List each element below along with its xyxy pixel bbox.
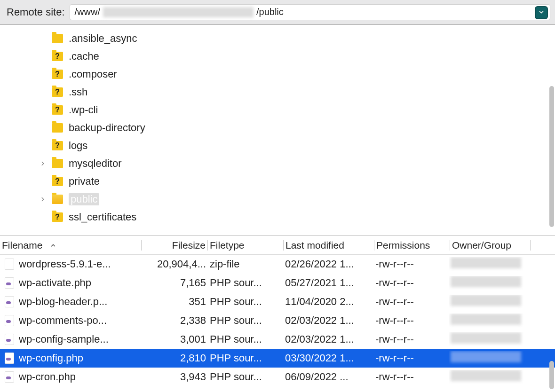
folder-icon <box>52 34 63 43</box>
tree-item-label: ssl_certificates <box>69 211 136 223</box>
file-permissions: -rw-r--r-- <box>373 314 449 327</box>
file-modified: 03/30/2022 1... <box>283 352 373 364</box>
tree-item[interactable]: ssl_certificates <box>0 208 555 226</box>
file-row[interactable]: wp-comments-po... 2,338 PHP sour... 02/0… <box>0 311 555 330</box>
folder-icon <box>52 105 63 115</box>
tree-item-label: .cache <box>69 50 99 63</box>
file-modified: 05/27/2021 1... <box>283 277 373 289</box>
tree-item[interactable]: .ssh <box>0 83 555 101</box>
file-type: PHP sour... <box>208 296 283 308</box>
file-name: wordpress-5.9.1-e... <box>19 258 111 270</box>
tree-scrollbar-thumb[interactable] <box>549 86 554 227</box>
header-filetype[interactable]: Filetype <box>208 240 283 251</box>
tree-scrollbar[interactable] <box>547 25 555 235</box>
file-size: 2,810 <box>142 352 208 364</box>
files-scrollbar[interactable] <box>547 255 555 392</box>
tree-item[interactable]: backup-directory <box>0 119 555 137</box>
header-modified-label: Last modified <box>285 240 344 251</box>
file-owner <box>449 295 529 309</box>
file-permissions: -rw-r--r-- <box>373 333 449 345</box>
remote-path-dropdown-button[interactable] <box>535 6 548 19</box>
tree-item[interactable]: .wp-cli <box>0 101 555 119</box>
file-icon <box>5 259 14 270</box>
tree-item-label: .composer <box>69 68 117 80</box>
file-owner <box>449 257 529 271</box>
header-filetype-label: Filetype <box>210 240 245 251</box>
file-size: 351 <box>142 296 208 308</box>
file-icon <box>5 315 14 326</box>
file-modified: 02/03/2022 1... <box>283 314 373 327</box>
files-scrollbar-thumb[interactable] <box>549 361 554 389</box>
file-size: 7,165 <box>142 277 208 289</box>
sort-ascending-icon <box>50 242 56 249</box>
file-permissions: -rw-r--r-- <box>373 296 449 308</box>
folder-icon <box>52 70 63 79</box>
header-sep <box>530 240 531 251</box>
file-name: wp-comments-po... <box>19 314 107 327</box>
remote-path-suffix: /public <box>256 7 284 17</box>
file-modified: 06/09/2022 ... <box>283 371 373 383</box>
header-filesize[interactable]: Filesize <box>142 240 207 251</box>
expand-spacer <box>39 106 47 114</box>
directory-tree-pane: .ansible_async .cache .composer .ssh .wp… <box>0 24 555 236</box>
remote-path-field-wrap[interactable]: /www/ /public <box>70 4 551 20</box>
file-permissions: -rw-r--r-- <box>373 371 449 383</box>
file-owner <box>449 370 529 384</box>
folder-icon <box>52 177 63 186</box>
tree-item[interactable]: mysqleditor <box>0 155 555 172</box>
header-owner-label: Owner/Group <box>452 240 511 251</box>
tree-item[interactable]: .cache <box>0 47 555 65</box>
tree-item[interactable]: .composer <box>0 65 555 83</box>
file-type: PHP sour... <box>208 314 283 327</box>
tree-item[interactable]: .ansible_async <box>0 30 555 47</box>
header-filename[interactable]: Filename <box>0 240 141 251</box>
file-modified: 11/04/2020 2... <box>283 296 373 308</box>
expand-spacer <box>39 213 47 221</box>
expand-icon[interactable] <box>39 159 47 168</box>
expand-icon[interactable] <box>39 195 47 204</box>
file-type: PHP sour... <box>208 277 283 289</box>
file-row[interactable]: wp-cron.php 3,943 PHP sour... 06/09/2022… <box>0 368 555 386</box>
file-owner <box>449 351 529 365</box>
tree-item-label: backup-directory <box>69 122 145 134</box>
expand-spacer <box>39 124 47 132</box>
file-size: 2,338 <box>142 314 208 327</box>
remote-site-bar: Remote site: /www/ /public <box>0 0 555 24</box>
remote-site-label: Remote site: <box>7 6 65 18</box>
file-type: PHP sour... <box>208 352 283 364</box>
folder-icon <box>52 87 63 97</box>
expand-spacer <box>39 70 47 78</box>
tree-item-label: logs <box>69 140 87 152</box>
header-permissions[interactable]: Permissions <box>374 240 450 251</box>
file-modified: 02/26/2022 1... <box>283 258 373 270</box>
file-row[interactable]: wp-config-sample... 3,001 PHP sour... 02… <box>0 330 555 349</box>
expand-spacer <box>39 177 47 186</box>
file-row[interactable]: wp-activate.php 7,165 PHP sour... 05/27/… <box>0 274 555 292</box>
header-owner[interactable]: Owner/Group <box>450 240 530 251</box>
expand-spacer <box>39 141 47 150</box>
folder-icon <box>52 195 63 204</box>
file-row[interactable]: wp-config.php 2,810 PHP sour... 03/30/20… <box>0 349 555 368</box>
expand-spacer <box>39 34 47 43</box>
file-name: wp-blog-header.p... <box>19 296 107 308</box>
file-modified: 02/03/2022 1... <box>283 333 373 345</box>
file-icon <box>5 371 14 383</box>
remote-path-prefix: /www/ <box>75 7 100 17</box>
file-permissions: -rw-r--r-- <box>373 277 449 289</box>
header-modified[interactable]: Last modified <box>284 240 374 251</box>
header-filesize-label: Filesize <box>172 240 206 251</box>
tree-item[interactable]: public <box>0 190 555 208</box>
tree-item-label: public <box>69 193 99 205</box>
file-size: 3,943 <box>142 371 208 383</box>
file-type: PHP sour... <box>208 333 283 345</box>
file-list-pane: Filename Filesize Filetype Last modified… <box>0 236 555 392</box>
file-row[interactable]: wordpress-5.9.1-e... 20,904,4... zip-fil… <box>0 255 555 274</box>
folder-icon <box>52 123 63 133</box>
tree-item[interactable]: private <box>0 172 555 190</box>
folder-icon <box>52 52 63 61</box>
file-owner <box>449 314 529 328</box>
tree-item[interactable]: logs <box>0 137 555 155</box>
folder-icon <box>52 212 63 222</box>
file-permissions: -rw-r--r-- <box>373 352 449 364</box>
file-row[interactable]: wp-blog-header.p... 351 PHP sour... 11/0… <box>0 292 555 311</box>
